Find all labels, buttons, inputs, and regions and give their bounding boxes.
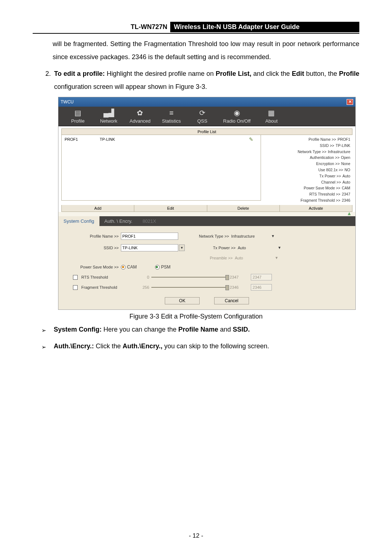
arrow-icon: ➢ <box>41 324 49 337</box>
tab-system-config[interactable]: System Config <box>58 216 99 226</box>
paragraph-continuation: will be fragmented. Setting the Fragment… <box>53 37 359 63</box>
profile-list-header: Profile List <box>61 128 352 135</box>
bullet-text: you can skip to the following screen. <box>162 342 269 350</box>
ssid-label: SSID >> <box>64 246 121 250</box>
tab-about[interactable]: ▦ About <box>261 109 281 124</box>
radio-icon: ◉ <box>233 109 241 117</box>
add-button[interactable]: Add <box>61 205 134 212</box>
fragment-label: Fragment Threshold <box>81 285 117 290</box>
detail-key: Power Save Mode >> <box>263 185 342 191</box>
tab-label: Advanced <box>130 118 151 124</box>
dropdown-value: Auto <box>238 246 246 250</box>
rts-checkbox[interactable] <box>73 275 78 280</box>
detail-key: Authentication >> <box>263 155 341 161</box>
bullet-bold: SSID. <box>233 326 250 333</box>
step-text: and click the <box>252 70 292 77</box>
detail-value: 2346 <box>342 197 350 204</box>
psm-psm-radio[interactable]: PSM <box>155 264 171 270</box>
psm-cam-radio[interactable]: CAM <box>121 264 137 270</box>
delete-button[interactable]: Delete <box>207 205 280 212</box>
step-lead: To edit a profile: <box>54 70 105 77</box>
detail-value: Auto <box>342 173 350 179</box>
tab-statistics[interactable]: ≡ Statistics <box>162 109 181 124</box>
network-type-dropdown[interactable]: Infrastructure ▼ <box>231 234 277 238</box>
detail-value: NO <box>344 167 350 173</box>
detail-key: RTS Threshold >> <box>263 191 342 197</box>
tab-profile[interactable]: ▤ Profile <box>68 109 88 124</box>
detail-value: TP-LINK <box>336 143 350 149</box>
ssid-dropdown-icon[interactable]: ▼ <box>179 245 185 251</box>
fragment-slider[interactable] <box>151 287 228 288</box>
detail-value: Open <box>341 155 350 161</box>
detail-key: Use 802.1x >> <box>263 167 344 173</box>
tx-power-label: Tx Power >> <box>196 246 238 250</box>
document-header: TL-WN727N Wireless Lite-N USB Adapter Us… <box>131 22 359 32</box>
config-tabs: System Config Auth. \ Encry. 8021X <box>58 216 355 226</box>
detail-key: Encryption >> <box>263 161 341 167</box>
tx-power-dropdown[interactable]: Auto ▼ <box>238 246 283 250</box>
system-config-panel: Profile Name >> Network Type >> Infrastr… <box>58 226 355 309</box>
fragment-checkbox[interactable] <box>73 285 78 290</box>
screenshot-figure: TWCU ✕ ▤ Profile ▄▟ Network ✿ Advanced ≡… <box>58 97 356 310</box>
cancel-button[interactable]: Cancel <box>214 297 249 304</box>
chevron-down-icon: ▼ <box>278 246 281 250</box>
dropdown-value: Auto <box>235 256 243 260</box>
detail-key: Tx Power >> <box>263 173 342 179</box>
figure-caption: Figure 3-3 Edit a Profile-System Configu… <box>33 313 359 320</box>
detail-key: Fragment Threshold >> <box>263 197 342 204</box>
detail-value: PROF1 <box>338 136 350 143</box>
bullet-bold: Auth.\Encry., <box>123 342 163 350</box>
detail-key: SSID >> <box>263 143 336 149</box>
bullet-text: Here you can change the <box>102 326 178 333</box>
document-title: Wireless Lite-N USB Adapter User Guide <box>170 22 359 32</box>
rts-slider[interactable] <box>151 277 228 278</box>
tab-auth-encry[interactable]: Auth. \ Encry. <box>99 216 138 226</box>
collapse-icon[interactable]: ▲ <box>58 212 355 216</box>
bullet-bold: System Config: <box>54 326 102 333</box>
tab-label: QSS <box>197 118 207 124</box>
advanced-icon: ✿ <box>136 109 144 117</box>
chevron-down-icon: ▼ <box>275 256 278 260</box>
dropdown-value: Infrastructure <box>231 234 255 238</box>
statistics-icon: ≡ <box>167 109 176 117</box>
tab-label: Statistics <box>162 118 181 124</box>
bullet-system-config: ➢ System Config: Here you can change the… <box>41 323 359 337</box>
tab-network[interactable]: ▄▟ Network <box>99 109 119 124</box>
profile-row[interactable]: PROF1 TP-LINK ✎ <box>62 135 261 144</box>
rts-min: 0 <box>135 275 151 279</box>
bullet-auth-encry: ➢ Auth.\Encry.: Click the Auth.\Encry., … <box>41 339 359 354</box>
profile-details: Profile Name >>PROF1 SSID >>TP-LINK Netw… <box>261 135 352 205</box>
rts-max: 2347 <box>228 275 246 279</box>
step-bold: Edit <box>292 70 304 77</box>
rts-label: RTS Threshold <box>81 275 108 279</box>
step-bold: Profile <box>339 70 359 77</box>
tab-label: Profile <box>71 118 85 124</box>
header-divider <box>33 33 359 34</box>
activate-button[interactable]: Activate <box>280 205 352 212</box>
bullet-bold: Auth.\Encry.: <box>54 342 94 350</box>
ssid-input[interactable] <box>121 244 178 251</box>
ok-button[interactable]: OK <box>165 297 200 304</box>
about-icon: ▦ <box>267 109 276 117</box>
detail-key: Channel >> <box>263 179 342 185</box>
page-number: - 12 - <box>0 532 392 539</box>
profile-name-label: Profile Name >> <box>64 234 121 238</box>
profile-list[interactable]: PROF1 TP-LINK ✎ <box>61 135 261 201</box>
signal-icon: ✎ <box>249 136 253 142</box>
preamble-dropdown: Auto ▼ <box>235 256 281 260</box>
arrow-icon: ➢ <box>41 341 49 353</box>
profile-ssid: TP-LINK <box>100 137 115 141</box>
tab-radio[interactable]: ◉ Radio On/Off <box>223 109 251 124</box>
tab-8021x: 8021X <box>138 216 162 226</box>
tab-qss[interactable]: ⟳ QSS <box>192 109 212 124</box>
tab-label: About <box>265 118 278 124</box>
fragment-min: 256 <box>135 285 151 290</box>
preamble-label: Preamble >> <box>193 256 235 260</box>
profile-name-input[interactable] <box>121 233 178 240</box>
psm-label: Power Save Mode >> <box>64 265 121 269</box>
detail-value: 2347 <box>342 191 350 197</box>
tab-advanced[interactable]: ✿ Advanced <box>130 109 151 124</box>
close-icon[interactable]: ✕ <box>347 99 353 105</box>
edit-button[interactable]: Edit <box>134 205 207 212</box>
radio-label: PSM <box>161 264 171 270</box>
